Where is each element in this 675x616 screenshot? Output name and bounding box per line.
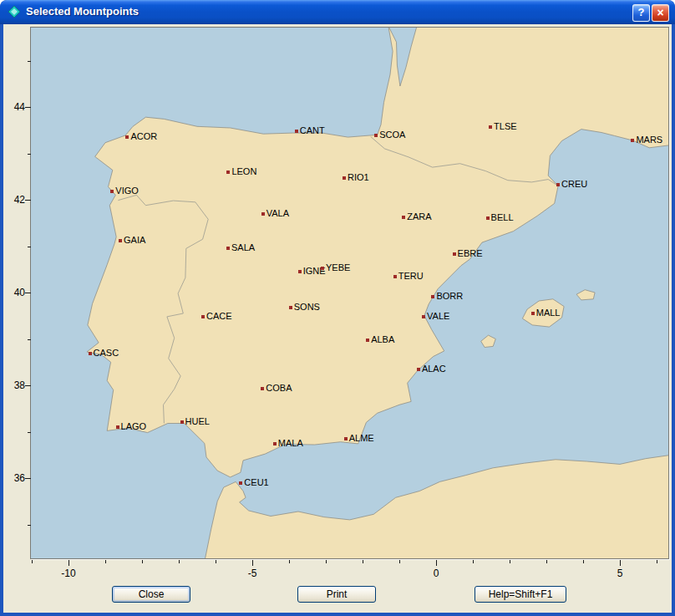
- axis-tick: [142, 560, 143, 563]
- axis-tick: [28, 339, 31, 340]
- title-bar[interactable]: Selected Mountpoints ? ×: [0, 0, 675, 24]
- station-label: VALE: [427, 311, 449, 322]
- close-window-button[interactable]: ×: [652, 4, 669, 22]
- station-marker: [531, 312, 535, 315]
- station-marker: [298, 270, 302, 273]
- axis-tick: [28, 61, 31, 62]
- axis-tick: [473, 560, 474, 563]
- y-tick-label: 38: [5, 379, 25, 391]
- station-label: CREU: [561, 179, 587, 190]
- station-label: MALL: [536, 308, 561, 318]
- axis-tick: [32, 560, 33, 563]
- station-label: TERU: [398, 271, 424, 282]
- station-label: YEBE: [326, 262, 350, 273]
- axis-tick: [252, 560, 253, 566]
- help-button[interactable]: ?: [632, 4, 650, 22]
- station-label: CASC: [94, 348, 119, 359]
- station-label: LEON: [231, 166, 256, 177]
- station-marker: [366, 339, 369, 342]
- station-marker: [402, 216, 405, 219]
- app-icon: [8, 5, 21, 18]
- y-tick-label: 42: [5, 194, 25, 206]
- station-marker: [393, 275, 397, 278]
- station-marker: [226, 247, 230, 250]
- station-label: SALA: [231, 242, 255, 253]
- axis-tick: [399, 560, 400, 563]
- x-tick-label: 0: [424, 568, 449, 579]
- axis-tick: [25, 478, 31, 479]
- station-label: ALBA: [371, 334, 394, 345]
- axis-tick: [289, 560, 290, 563]
- axis-tick: [69, 560, 69, 566]
- axis-tick: [28, 432, 31, 433]
- station-label: EBRE: [458, 248, 483, 259]
- close-button[interactable]: Close: [112, 586, 190, 603]
- station-marker: [556, 183, 560, 186]
- station-marker: [344, 437, 348, 440]
- dialog-client-area: ACORCANTSCOATLSEMARSVIGOLEONRIO1CREUVALA…: [3, 24, 672, 613]
- station-label: ZARA: [407, 211, 431, 222]
- station-label: RIO1: [348, 172, 369, 183]
- station-label: MALA: [278, 438, 303, 449]
- station-label: ALAC: [422, 364, 446, 374]
- station-label: HUEL: [185, 416, 210, 427]
- station-marker: [89, 352, 92, 355]
- station-label: VALA: [266, 208, 289, 219]
- station-marker: [261, 387, 264, 390]
- station-marker: [343, 176, 346, 180]
- station-label: CACE: [206, 311, 232, 322]
- station-marker: [295, 130, 298, 133]
- station-label: BORR: [436, 291, 463, 302]
- station-label: MARS: [636, 135, 662, 145]
- station-marker: [422, 315, 425, 318]
- station-label: SCOA: [379, 130, 405, 140]
- station-marker: [289, 306, 292, 309]
- axis-tick: [363, 560, 363, 563]
- station-marker: [453, 252, 456, 256]
- axis-tick: [436, 560, 437, 566]
- axis-tick: [583, 560, 584, 563]
- station-marker: [239, 481, 242, 485]
- axis-tick: [620, 560, 621, 566]
- station-label: CEU1: [244, 477, 268, 488]
- station-marker: [631, 139, 634, 142]
- axis-tick: [657, 560, 657, 563]
- station-label: CANT: [300, 125, 325, 136]
- station-label: BELL: [491, 212, 514, 223]
- x-tick-label: 5: [607, 568, 632, 579]
- axis-tick: [25, 200, 31, 201]
- axis-tick: [179, 560, 180, 563]
- station-marker: [201, 315, 205, 318]
- station-marker: [486, 216, 490, 220]
- axis-tick: [546, 560, 547, 563]
- print-button[interactable]: Print: [297, 586, 376, 603]
- station-marker: [261, 212, 265, 216]
- station-label: ACOR: [130, 131, 157, 142]
- station-marker: [273, 442, 277, 445]
- axis-tick: [28, 154, 31, 155]
- station-label: GAIA: [124, 235, 145, 246]
- axis-tick: [28, 525, 31, 526]
- axis-tick: [216, 560, 216, 563]
- station-label: LAGO: [121, 421, 147, 432]
- station-marker: [417, 368, 420, 371]
- station-marker: [374, 134, 378, 137]
- station-label: ALME: [349, 433, 374, 444]
- axis-tick: [510, 560, 510, 563]
- station-label: VIGO: [115, 186, 139, 196]
- station-marker: [119, 239, 122, 242]
- station-label: SONS: [294, 302, 320, 313]
- station-marker: [226, 171, 230, 174]
- map-plot: ACORCANTSCOATLSEMARSVIGOLEONRIO1CREUVALA…: [30, 27, 669, 559]
- station-label: COBA: [266, 383, 292, 394]
- help-shortcut-button[interactable]: Help=Shift+F1: [475, 586, 566, 603]
- axis-tick: [326, 560, 327, 563]
- x-tick-label: -10: [56, 568, 81, 579]
- axis-tick: [28, 247, 31, 247]
- station-marker: [116, 425, 119, 429]
- station-marker: [431, 295, 434, 298]
- station-marker: [489, 125, 492, 129]
- station-marker: [110, 190, 114, 193]
- axis-tick: [25, 385, 31, 386]
- station-marker: [180, 420, 184, 424]
